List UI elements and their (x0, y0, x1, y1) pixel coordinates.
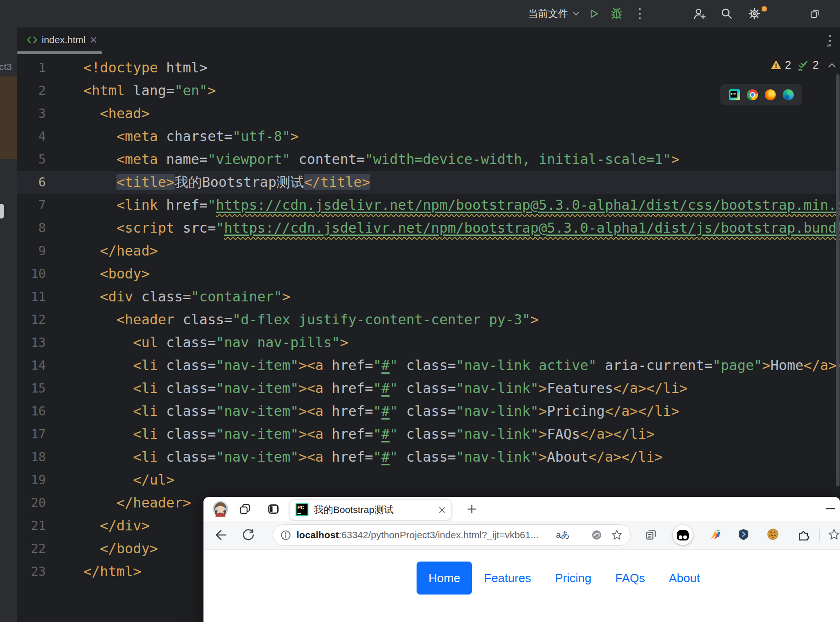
code-line-18[interactable]: 18 <li class="nav-item"><a href="#" clas… (17, 446, 840, 469)
translate-icon[interactable]: aあ (556, 529, 570, 541)
code-line-1[interactable]: 1<!doctype html> (17, 56, 840, 79)
code-line-4[interactable]: 4 <meta charset="utf-8"> (17, 125, 840, 148)
browser-viewport: HomeFeaturesPricingFAQsAbout (203, 550, 840, 622)
browser-tab-title: 我的Bootstrap测试 (314, 503, 433, 516)
code-text: <header class="d-flex justify-content-ce… (83, 308, 538, 331)
project-stripe-label[interactable]: ct3 (0, 61, 12, 72)
line-number[interactable]: 18 (17, 446, 46, 469)
line-number[interactable]: 17 (17, 423, 46, 446)
nav-link-home[interactable]: Home (417, 562, 472, 595)
line-number[interactable]: 23 (17, 560, 46, 583)
extension-shield-icon[interactable] (737, 528, 750, 540)
code-line-11[interactable]: 11 <div class="container"> (17, 285, 840, 308)
restore-icon[interactable] (810, 9, 819, 18)
search-icon[interactable] (720, 7, 733, 20)
line-number[interactable]: 8 (17, 217, 46, 240)
tool-window-handle[interactable] (0, 204, 4, 218)
line-number[interactable]: 13 (17, 331, 46, 354)
refresh-icon[interactable] (242, 529, 255, 541)
line-number[interactable]: 20 (17, 491, 46, 514)
chevron-up-icon[interactable] (828, 63, 836, 68)
line-number[interactable]: 4 (17, 125, 46, 148)
url-string[interactable]: https://cdn.jsdelivr.net/npm/bootstrap@5… (224, 220, 840, 236)
code-line-2[interactable]: 2<html lang="en"> (17, 79, 840, 102)
line-number[interactable]: 10 (17, 262, 46, 285)
extension-dark-icon[interactable] (673, 525, 693, 545)
url-string[interactable]: https://cdn.jsdelivr.net/npm/bootstrap@5… (216, 197, 840, 213)
code-line-5[interactable]: 5 <meta name="viewport" content="width=d… (17, 148, 840, 171)
nav-link-about[interactable]: About (657, 562, 712, 595)
line-number[interactable]: 16 (17, 400, 46, 423)
code-text: </header> (83, 491, 191, 514)
code-line-17[interactable]: 17 <li class="nav-item"><a href="#" clas… (17, 423, 840, 446)
nav-link-faqs[interactable]: FAQs (603, 562, 657, 595)
line-number[interactable]: 5 (17, 148, 46, 171)
url-text[interactable]: localhost:63342/pythonProject3/index.htm… (296, 529, 538, 540)
run-icon[interactable] (588, 8, 600, 20)
nav-link-features[interactable]: Features (472, 562, 543, 595)
favorite-star-icon[interactable] (611, 529, 623, 541)
firefox-icon[interactable] (765, 89, 776, 100)
back-icon[interactable] (214, 528, 227, 542)
line-number[interactable]: 15 (17, 377, 46, 400)
code-line-9[interactable]: 9 </head> (17, 240, 840, 262)
extensions-puzzle-icon[interactable] (797, 528, 811, 541)
minimize-icon[interactable] (826, 508, 835, 509)
info-icon[interactable] (280, 530, 291, 540)
kebab-menu-icon[interactable] (638, 7, 642, 20)
left-tool-stripe: ct3 (0, 27, 17, 622)
code-line-8[interactable]: 8 <script src="https://cdn.jsdelivr.net/… (17, 217, 840, 240)
line-number[interactable]: 1 (17, 56, 46, 79)
address-bar[interactable]: localhost:63342/pythonProject3/index.htm… (273, 524, 631, 546)
url-path: :63342/pythonProject3/index.html?_ijt=vk… (339, 529, 538, 540)
code-line-6[interactable]: 6 <title>我的Bootstrap测试</title> (17, 171, 840, 194)
nav-link-pricing[interactable]: Pricing (543, 562, 603, 595)
pycharm-icon[interactable] (729, 89, 740, 100)
code-text: <html lang="en"> (83, 79, 216, 102)
line-number[interactable]: 19 (17, 469, 46, 491)
add-user-icon[interactable] (693, 7, 707, 21)
chrome-icon[interactable] (747, 89, 758, 100)
code-text: <head> (83, 102, 150, 125)
collections-icon[interactable] (645, 529, 657, 541)
line-number[interactable]: 14 (17, 354, 46, 377)
read-aloud-icon[interactable] (591, 529, 603, 541)
line-number[interactable]: 12 (17, 308, 46, 331)
code-line-12[interactable]: 12 <header class="d-flex justify-content… (17, 308, 840, 331)
line-number[interactable]: 7 (17, 194, 46, 217)
favorites-star-icon[interactable] (828, 528, 840, 541)
line-number[interactable]: 6 (17, 171, 46, 194)
error-stripe-mark (827, 44, 829, 47)
edge-icon[interactable] (783, 89, 794, 100)
code-line-16[interactable]: 16 <li class="nav-item"><a href="#" clas… (17, 400, 840, 423)
tab-layout-icon[interactable] (268, 503, 279, 515)
close-icon[interactable] (439, 507, 445, 513)
close-icon[interactable] (90, 37, 97, 43)
line-number[interactable]: 21 (17, 514, 46, 537)
browser-address-row: localhost:63342/pythonProject3/index.htm… (203, 521, 840, 550)
code-line-7[interactable]: 7 <link href="https://cdn.jsdelivr.net/n… (17, 194, 840, 217)
code-line-10[interactable]: 10 <body> (17, 262, 840, 285)
line-number[interactable]: 3 (17, 102, 46, 125)
workspaces-icon[interactable] (239, 503, 251, 515)
debug-icon[interactable] (610, 7, 623, 20)
code-line-3[interactable]: 3 <head> (17, 102, 840, 125)
editor-scrollbar[interactable] (836, 74, 840, 486)
profile-avatar[interactable] (213, 501, 228, 517)
extension-colorful-icon[interactable] (709, 529, 722, 541)
new-tab-icon[interactable] (467, 504, 477, 514)
tab-index-html[interactable]: index.html (21, 27, 103, 52)
code-line-14[interactable]: 14 <li class="nav-item"><a href="#" clas… (17, 354, 840, 377)
code-line-19[interactable]: 19 </ul> (17, 469, 840, 491)
inspections-widget[interactable]: 2 2 (771, 59, 840, 71)
line-number[interactable]: 2 (17, 79, 46, 102)
line-number[interactable]: 11 (17, 285, 46, 308)
line-number[interactable]: 9 (17, 240, 46, 262)
code-line-13[interactable]: 13 <ul class="nav nav-pills"> (17, 331, 840, 354)
browser-tab[interactable]: PC 我的Bootstrap测试 (290, 500, 451, 520)
run-config-selector[interactable]: 当前文件 (528, 0, 579, 27)
code-line-15[interactable]: 15 <li class="nav-item"><a href="#" clas… (17, 377, 840, 400)
cookie-icon[interactable] (767, 528, 779, 540)
settings-icon[interactable] (748, 7, 761, 20)
line-number[interactable]: 22 (17, 537, 46, 560)
